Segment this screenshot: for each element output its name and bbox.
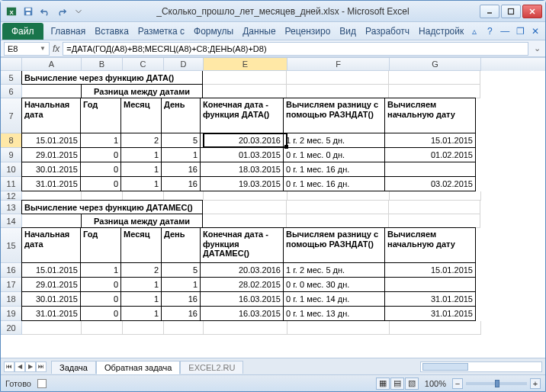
table-cell[interactable]: 1 <box>120 291 162 307</box>
help-icon[interactable]: ? <box>483 25 496 37</box>
cell[interactable] <box>22 214 82 228</box>
cell[interactable] <box>22 85 82 98</box>
table-cell[interactable]: 29.01.2015 <box>21 147 81 162</box>
table-cell[interactable]: 03.02.2015 <box>384 176 476 191</box>
ribbon-tab-home[interactable]: Главная <box>47 23 91 40</box>
header-year2[interactable]: Год <box>80 227 121 263</box>
fx-icon[interactable]: fx <box>53 43 59 54</box>
col-header-d[interactable]: D <box>164 58 204 71</box>
row-header[interactable]: 17 <box>1 278 22 292</box>
table-cell[interactable]: 1 <box>80 262 121 278</box>
ribbon-tab-insert[interactable]: Вставка <box>90 23 133 40</box>
table-cell[interactable]: 15.01.2015 <box>21 262 81 278</box>
table-cell-active[interactable]: 20.03.2016 <box>200 133 284 148</box>
redo-icon[interactable] <box>54 4 69 19</box>
table-cell[interactable]: 31.01.2015 <box>21 176 81 191</box>
diff-header[interactable]: Разница между датами <box>81 84 203 98</box>
header-day2[interactable]: День <box>161 227 201 263</box>
table-cell[interactable]: 0 <box>80 277 121 292</box>
table-cell[interactable]: 1 <box>120 277 162 292</box>
table-cell[interactable]: 01.03.2015 <box>200 147 284 162</box>
cell[interactable] <box>287 71 389 85</box>
row-header[interactable]: 14 <box>1 214 22 228</box>
table-cell[interactable]: 16 <box>161 176 201 191</box>
cell[interactable] <box>389 71 480 85</box>
table-cell[interactable]: 1 <box>120 176 162 191</box>
horizontal-scrollbar[interactable] <box>420 361 542 372</box>
header-razndat[interactable]: Вычисляем разницу с помощью РАЗНДАТ() <box>283 98 385 133</box>
row-header[interactable]: 13 <box>1 201 22 214</box>
row-header[interactable]: 12 <box>1 191 22 201</box>
macro-record-icon[interactable] <box>37 379 47 388</box>
table-cell[interactable]: 18.03.2015 <box>200 162 284 177</box>
sheet-nav-next-icon[interactable]: ▶ <box>25 361 36 372</box>
cell[interactable] <box>287 321 390 335</box>
ribbon-tab-review[interactable]: Рецензиро <box>281 23 336 40</box>
row-header[interactable]: 19 <box>1 307 22 321</box>
cell[interactable] <box>389 85 480 98</box>
page-break-view-icon[interactable]: ▧ <box>405 378 419 390</box>
cell[interactable] <box>164 321 204 335</box>
zoom-slider[interactable] <box>466 382 527 385</box>
table-cell[interactable] <box>384 162 476 177</box>
ribbon-tab-data[interactable]: Данные <box>238 23 280 40</box>
cell[interactable] <box>390 191 481 201</box>
header-start-date2[interactable]: Начальная дата <box>21 227 81 263</box>
page-layout-view-icon[interactable]: ▤ <box>390 378 404 390</box>
header-start-date[interactable]: Начальная дата <box>21 98 81 133</box>
row-header[interactable]: 5 <box>1 71 22 85</box>
formula-expand-icon[interactable]: ⌄ <box>532 43 542 53</box>
cell[interactable] <box>203 71 287 85</box>
excel-icon[interactable]: X <box>4 4 19 19</box>
minimize-ribbon-icon[interactable]: ▵ <box>468 25 480 37</box>
table-cell[interactable]: 2 <box>120 133 162 148</box>
close-button[interactable] <box>522 5 542 18</box>
row-header[interactable]: 6 <box>1 85 22 98</box>
section1-title[interactable]: Вычисление через функцию ДАТА() <box>21 71 203 85</box>
cell[interactable] <box>203 214 287 228</box>
table-cell[interactable]: 30.01.2015 <box>21 291 81 307</box>
header-end-date2[interactable]: Конечная дата - функция ДАТАМЕС() <box>200 227 284 263</box>
table-cell[interactable]: 0 г. 1 мес. 0 дн. <box>283 147 385 162</box>
col-header-g[interactable]: G <box>390 58 481 71</box>
table-cell[interactable]: 1 <box>120 147 162 162</box>
table-cell[interactable]: 1 <box>120 306 162 321</box>
table-cell[interactable]: 0 <box>80 147 121 162</box>
table-cell[interactable]: 19.03.2015 <box>200 176 284 191</box>
header-end-date[interactable]: Конечная дата - функция ДАТА() <box>200 98 284 133</box>
table-cell[interactable]: 0 г. 1 мес. 14 дн. <box>283 291 385 307</box>
sheet-tab-2[interactable]: Обратная задача <box>96 361 180 374</box>
workbook-restore-icon[interactable]: ❐ <box>514 25 526 37</box>
row-header[interactable]: 7 <box>1 98 22 133</box>
header-day[interactable]: День <box>161 98 201 133</box>
namebox-dropdown-icon[interactable]: ▼ <box>40 45 46 52</box>
header-year[interactable]: Год <box>80 98 121 133</box>
table-cell[interactable]: 16 <box>161 306 201 321</box>
table-cell[interactable]: 1 <box>80 133 121 148</box>
hscroll-thumb[interactable] <box>422 363 468 371</box>
table-cell[interactable]: 0 <box>80 176 121 191</box>
table-cell[interactable]: 15.01.2015 <box>384 133 476 148</box>
col-header-f[interactable]: F <box>287 58 390 71</box>
qat-dropdown-icon[interactable] <box>71 4 86 19</box>
table-cell[interactable]: 31.01.2015 <box>384 306 476 321</box>
table-cell[interactable]: 16.03.2015 <box>200 291 284 307</box>
table-cell[interactable]: 0 г. 1 мес. 13 дн. <box>283 306 385 321</box>
cell[interactable] <box>287 214 389 228</box>
table-cell[interactable]: 0 г. 0 мес. 30 дн. <box>283 277 385 292</box>
sheet-nav-prev-icon[interactable]: ◀ <box>14 361 25 372</box>
table-cell[interactable]: 1 г. 2 мес. 5 дн. <box>283 262 385 278</box>
table-cell[interactable]: 1 <box>161 277 201 292</box>
table-cell[interactable]: 28.02.2015 <box>200 277 284 292</box>
ribbon-tab-layout[interactable]: Разметка с <box>133 23 189 40</box>
section2-title[interactable]: Вычисление через функцию ДАТАМЕС() <box>21 200 203 214</box>
table-cell[interactable]: 01.02.2015 <box>384 147 476 162</box>
sheet-nav-last-icon[interactable]: ⏭ <box>36 361 47 372</box>
table-cell[interactable]: 16 <box>161 162 201 177</box>
cell[interactable] <box>204 321 287 335</box>
cell[interactable] <box>123 321 164 335</box>
table-cell[interactable]: 0 <box>80 306 121 321</box>
zoom-in-icon[interactable]: + <box>530 378 541 389</box>
ribbon-tab-view[interactable]: Вид <box>335 23 361 40</box>
header-razndat2[interactable]: Вычисляем разницу с помощью РАЗНДАТ() <box>283 227 385 263</box>
